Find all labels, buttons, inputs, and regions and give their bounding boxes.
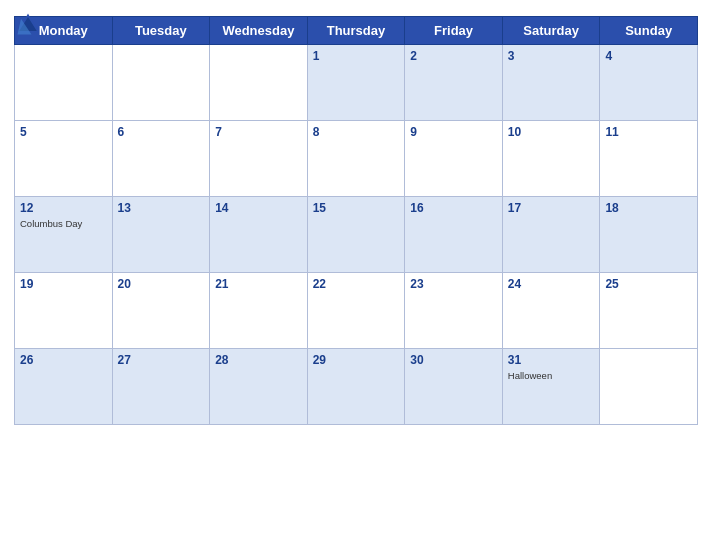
calendar-cell: 28 (210, 349, 308, 425)
calendar-cell (15, 45, 113, 121)
calendar-cell: 7 (210, 121, 308, 197)
calendar-cell: 3 (502, 45, 600, 121)
day-number: 17 (508, 200, 595, 217)
day-number: 31 (508, 352, 595, 369)
week-row-0: 1234 (15, 45, 698, 121)
day-number: 22 (313, 276, 400, 293)
calendar-cell: 9 (405, 121, 503, 197)
day-number: 2 (410, 48, 497, 65)
weekday-header-friday: Friday (405, 17, 503, 45)
event-label: Columbus Day (20, 218, 107, 229)
day-number: 11 (605, 124, 692, 141)
week-row-4: 262728293031Halloween (15, 349, 698, 425)
calendar-cell: 18 (600, 197, 698, 273)
calendar-cell (600, 349, 698, 425)
day-number: 28 (215, 352, 302, 369)
calendar-cell: 2 (405, 45, 503, 121)
calendar-cell: 5 (15, 121, 113, 197)
day-number: 23 (410, 276, 497, 293)
day-number: 5 (20, 124, 107, 141)
day-number: 19 (20, 276, 107, 293)
calendar-cell: 22 (307, 273, 405, 349)
calendar-cell: 13 (112, 197, 210, 273)
day-number: 18 (605, 200, 692, 217)
calendar-cell: 27 (112, 349, 210, 425)
day-number: 16 (410, 200, 497, 217)
brand-logo (14, 10, 44, 38)
day-number: 25 (605, 276, 692, 293)
weekday-header-tuesday: Tuesday (112, 17, 210, 45)
calendar-cell: 19 (15, 273, 113, 349)
calendar-cell: 12Columbus Day (15, 197, 113, 273)
weekday-header-saturday: Saturday (502, 17, 600, 45)
week-row-2: 12Columbus Day131415161718 (15, 197, 698, 273)
calendar-cell: 10 (502, 121, 600, 197)
calendar-thead: MondayTuesdayWednesdayThursdayFridaySatu… (15, 17, 698, 45)
calendar-cell: 23 (405, 273, 503, 349)
day-number: 30 (410, 352, 497, 369)
day-number: 12 (20, 200, 107, 217)
calendar-cell: 20 (112, 273, 210, 349)
day-number: 8 (313, 124, 400, 141)
day-number: 9 (410, 124, 497, 141)
day-number: 20 (118, 276, 205, 293)
calendar-cell (210, 45, 308, 121)
calendar-cell: 31Halloween (502, 349, 600, 425)
day-number: 7 (215, 124, 302, 141)
calendar-cell: 17 (502, 197, 600, 273)
day-number: 24 (508, 276, 595, 293)
calendar-cell: 26 (15, 349, 113, 425)
calendar-cell (112, 45, 210, 121)
weekday-header-wednesday: Wednesday (210, 17, 308, 45)
calendar-cell: 16 (405, 197, 503, 273)
weekday-header-sunday: Sunday (600, 17, 698, 45)
day-number: 15 (313, 200, 400, 217)
calendar-container: MondayTuesdayWednesdayThursdayFridaySatu… (0, 0, 712, 550)
calendar-grid: MondayTuesdayWednesdayThursdayFridaySatu… (14, 16, 698, 425)
day-number: 6 (118, 124, 205, 141)
calendar-cell: 6 (112, 121, 210, 197)
day-number: 27 (118, 352, 205, 369)
calendar-cell: 29 (307, 349, 405, 425)
calendar-body: 123456789101112Columbus Day1314151617181… (15, 45, 698, 425)
brand (14, 10, 44, 38)
calendar-cell: 4 (600, 45, 698, 121)
day-number: 1 (313, 48, 400, 65)
calendar-cell: 15 (307, 197, 405, 273)
calendar-cell: 11 (600, 121, 698, 197)
weekday-header-thursday: Thursday (307, 17, 405, 45)
weekday-header-row: MondayTuesdayWednesdayThursdayFridaySatu… (15, 17, 698, 45)
event-label: Halloween (508, 370, 595, 381)
day-number: 3 (508, 48, 595, 65)
calendar-cell: 8 (307, 121, 405, 197)
week-row-3: 19202122232425 (15, 273, 698, 349)
day-number: 29 (313, 352, 400, 369)
day-number: 13 (118, 200, 205, 217)
day-number: 4 (605, 48, 692, 65)
brand-logo-icon (14, 10, 42, 38)
calendar-cell: 24 (502, 273, 600, 349)
calendar-cell: 1 (307, 45, 405, 121)
day-number: 26 (20, 352, 107, 369)
calendar-cell: 30 (405, 349, 503, 425)
day-number: 21 (215, 276, 302, 293)
day-number: 10 (508, 124, 595, 141)
week-row-1: 567891011 (15, 121, 698, 197)
calendar-cell: 21 (210, 273, 308, 349)
calendar-cell: 25 (600, 273, 698, 349)
calendar-cell: 14 (210, 197, 308, 273)
day-number: 14 (215, 200, 302, 217)
